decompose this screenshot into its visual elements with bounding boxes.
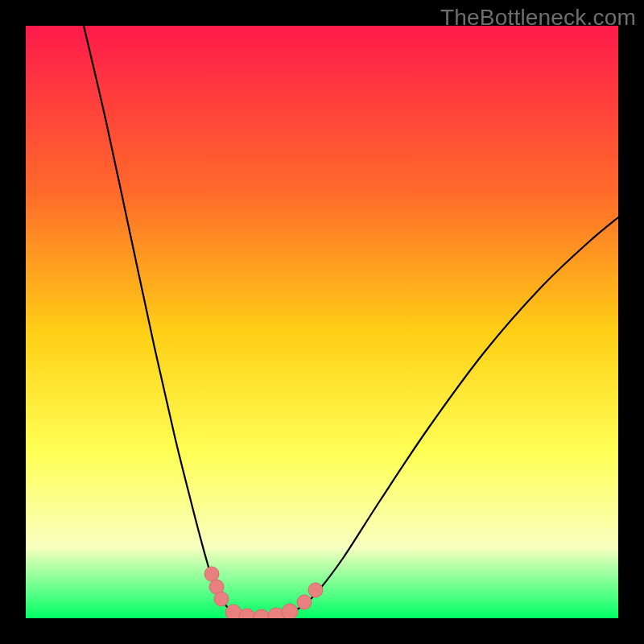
trough-marker: [297, 595, 312, 609]
gradient-background: [26, 26, 618, 618]
chart-svg: [26, 26, 618, 618]
outer-frame: TheBottleneck.com: [0, 0, 644, 644]
trough-marker: [204, 567, 219, 581]
plot-area: [26, 26, 618, 618]
trough-marker: [214, 592, 229, 606]
trough-marker: [308, 583, 323, 597]
trough-marker: [282, 604, 298, 618]
